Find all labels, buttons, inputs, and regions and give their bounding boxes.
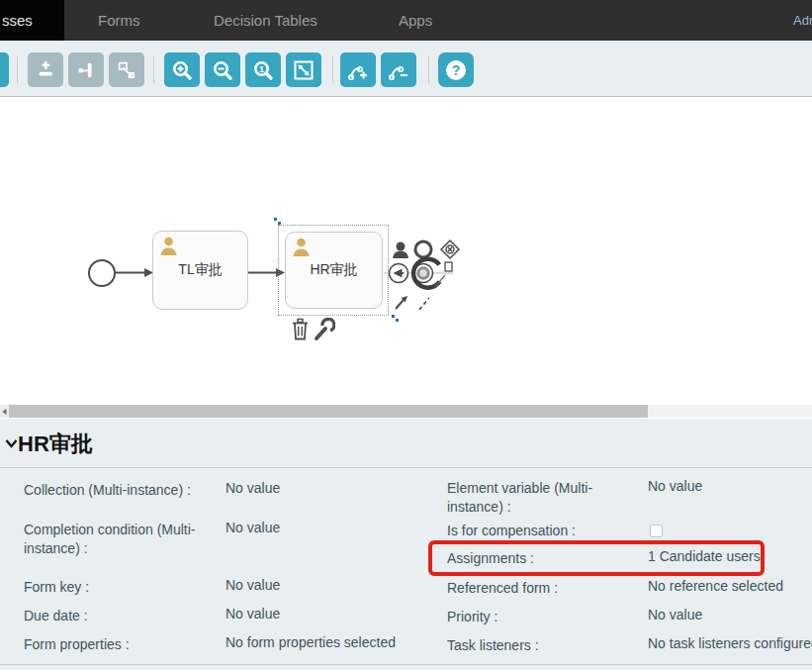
property-label: Due date : bbox=[24, 607, 222, 625]
property-value[interactable]: No value bbox=[648, 477, 702, 496]
svg-text:?: ? bbox=[452, 62, 461, 78]
svg-text:1: 1 bbox=[259, 64, 264, 74]
chevron-down-icon bbox=[5, 438, 18, 448]
user-task-hr[interactable]: HR审批 bbox=[285, 232, 383, 309]
property-value[interactable]: No value bbox=[226, 519, 280, 537]
zoom-actual-button[interactable]: 1 bbox=[245, 52, 281, 87]
properties-header[interactable]: HR审批 bbox=[0, 419, 812, 467]
trash-icon[interactable] bbox=[293, 320, 308, 339]
tab-decision-tables[interactable]: Decision Tables bbox=[214, 12, 317, 29]
user-task-tl[interactable]: TL审批 bbox=[152, 231, 248, 310]
user-menu[interactable]: Adm bbox=[793, 13, 812, 28]
remove-bendpoint-button[interactable] bbox=[381, 52, 416, 87]
catch-event-icon[interactable] bbox=[390, 264, 408, 283]
connection-arrow-icon[interactable] bbox=[396, 296, 407, 309]
compensation-checkbox[interactable] bbox=[650, 525, 663, 537]
user-icon bbox=[292, 238, 311, 257]
zoom-in-icon bbox=[170, 58, 194, 82]
property-label: Assignments : bbox=[447, 549, 630, 568]
toolbar-separator bbox=[428, 56, 429, 83]
add-bendpoint-icon bbox=[346, 58, 370, 82]
flowable-modeler-app: sses Forms Decision Tables Apps Adm bbox=[0, 0, 812, 670]
properties-panel: HR审批 Collection (Multi-instance) : No va… bbox=[0, 419, 812, 670]
property-label: Task listeners : bbox=[447, 636, 630, 655]
tab-apps[interactable]: Apps bbox=[399, 12, 432, 29]
selection-handle[interactable] bbox=[274, 218, 277, 221]
toolbar-separator bbox=[17, 56, 18, 83]
zoom-fit-icon bbox=[292, 58, 316, 82]
create-end-event-icon[interactable] bbox=[415, 241, 431, 257]
sequence-flow-1[interactable] bbox=[114, 265, 154, 280]
tab-forms[interactable]: Forms bbox=[98, 12, 140, 29]
property-label: Referenced form : bbox=[447, 579, 630, 598]
zoom-out-icon bbox=[211, 58, 234, 82]
toolbar-separator bbox=[332, 56, 333, 83]
remove-bendpoint-icon bbox=[387, 58, 410, 82]
property-value[interactable]: No value bbox=[226, 576, 280, 595]
wrench-icon[interactable] bbox=[316, 319, 334, 338]
start-event[interactable] bbox=[88, 259, 116, 287]
property-value[interactable]: No value bbox=[226, 605, 280, 623]
dashed-connection-icon[interactable] bbox=[419, 298, 429, 310]
zoom-actual-icon: 1 bbox=[251, 58, 275, 82]
property-value[interactable]: No value bbox=[648, 606, 702, 624]
property-label: Priority : bbox=[447, 608, 630, 626]
panel-divider bbox=[0, 467, 812, 468]
property-label: Collection (Multi-instance) : bbox=[24, 481, 222, 500]
tab-processes[interactable]: sses bbox=[2, 12, 33, 29]
task-label: TL审批 bbox=[178, 261, 222, 279]
context-pad bbox=[384, 238, 475, 317]
property-label: Form properties : bbox=[24, 635, 222, 654]
same-size-button[interactable] bbox=[109, 52, 144, 87]
task-label: HR审批 bbox=[310, 261, 357, 279]
align-horizontal-icon bbox=[75, 59, 97, 81]
task-actions bbox=[290, 318, 335, 341]
help-icon: ? bbox=[443, 57, 469, 83]
align-vertical-icon bbox=[35, 59, 56, 81]
scrollbar-thumb[interactable] bbox=[9, 405, 648, 418]
zoom-in-button[interactable] bbox=[164, 52, 200, 87]
selection-handle[interactable] bbox=[278, 222, 281, 225]
bpmn-canvas[interactable]: TL审批 HR审批 bbox=[0, 97, 812, 405]
property-label: Completion condition (Multi-instance) : bbox=[24, 521, 222, 558]
align-horizontal-button[interactable] bbox=[68, 52, 104, 87]
horizontal-scrollbar[interactable] bbox=[0, 405, 812, 418]
create-user-task-icon[interactable] bbox=[393, 242, 408, 259]
property-value[interactable]: No reference selected bbox=[648, 577, 783, 596]
create-gateway-icon[interactable] bbox=[441, 240, 459, 258]
toolbar-partial-button[interactable] bbox=[0, 52, 9, 87]
scroll-left-button[interactable] bbox=[0, 405, 9, 418]
zoom-out-button[interactable] bbox=[205, 52, 240, 87]
selection-handle[interactable] bbox=[396, 319, 399, 322]
property-value[interactable]: No form properties selected bbox=[226, 633, 396, 652]
top-navigation-bar: sses Forms Decision Tables Apps Adm bbox=[0, 0, 812, 41]
property-value[interactable]: No task listeners configured bbox=[648, 634, 812, 653]
help-button[interactable]: ? bbox=[438, 52, 474, 87]
align-vertical-button[interactable] bbox=[28, 52, 63, 87]
user-icon bbox=[159, 237, 178, 256]
property-label: Element variable (Multi-instance) : bbox=[447, 479, 630, 517]
property-label: Form key : bbox=[24, 578, 222, 597]
add-bendpoint-button[interactable] bbox=[340, 52, 376, 87]
property-value[interactable]: No value bbox=[226, 479, 280, 498]
toolbar-separator bbox=[153, 56, 154, 83]
same-size-icon bbox=[116, 59, 137, 81]
editor-toolbar: 1 bbox=[0, 41, 812, 97]
zoom-fit-button[interactable] bbox=[286, 52, 321, 87]
property-value[interactable]: 1 Candidate users bbox=[648, 547, 761, 566]
selected-element-title: HR审批 bbox=[18, 430, 93, 459]
panel-divider bbox=[0, 664, 812, 665]
property-label: Is for compensation : bbox=[447, 522, 630, 540]
